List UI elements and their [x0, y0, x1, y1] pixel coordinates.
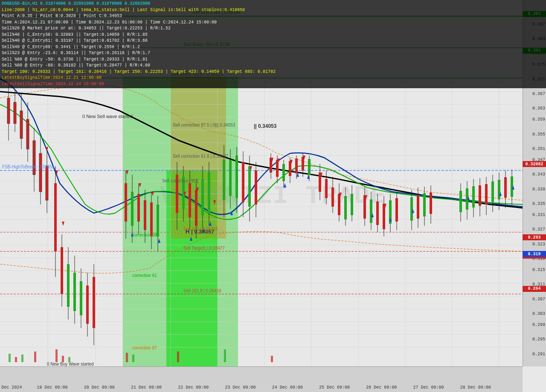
- svg-rect-108: [255, 170, 257, 205]
- svg-rect-60: [54, 183, 57, 251]
- header-line8: Sell%40 @ C_Entry88: 0.3441 || Target:0.…: [2, 44, 544, 51]
- svg-rect-46: [7, 98, 10, 124]
- svg-rect-72: [93, 277, 95, 328]
- svg-marker-177: [209, 222, 212, 226]
- svg-marker-175: [190, 236, 192, 241]
- svg-rect-140: [376, 202, 379, 225]
- svg-text:correction 87: correction 87: [132, 346, 157, 350]
- svg-rect-118: [295, 159, 298, 173]
- svg-text:|| 0.34053: || 0.34053: [254, 123, 277, 129]
- time-axis: 18 Dec 2024 19 Dec 09:00 20 Dec 09:00 21…: [0, 366, 523, 392]
- header-line2: Line:2008 | h1_atr_c0:0.0044 | tema_h1_s…: [2, 7, 544, 14]
- svg-rect-229: [126, 353, 128, 362]
- svg-rect-164: [485, 184, 488, 205]
- svg-rect-226: [55, 349, 58, 362]
- svg-rect-223: [15, 357, 17, 362]
- svg-rect-222: [9, 354, 11, 362]
- candles-19dec: [33, 128, 48, 213]
- header-line7: Sell%40 @ C_Entry61: 0.33197 || Target:0…: [2, 38, 544, 44]
- header-line5: Sell%20 @ Market price or at: 0.34053 ||…: [2, 26, 544, 32]
- price-box-264: 0.264: [523, 286, 546, 292]
- price-tick: 0.323: [532, 242, 545, 247]
- svg-rect-82: [150, 202, 153, 236]
- svg-rect-94: [201, 179, 204, 215]
- svg-rect-150: [417, 195, 419, 219]
- svg-text:Sell Target1 | 0.28477: Sell Target1 | 0.28477: [183, 246, 225, 251]
- header-line13: LatestBuySignalTime:2024.12.21 12:00:00: [2, 75, 544, 81]
- price-tick: 0.363: [532, 106, 545, 111]
- time-tick-20dec: 20 Dec 09:00: [84, 385, 115, 390]
- svg-rect-224: [21, 355, 23, 362]
- price-tick: 0.343: [532, 172, 545, 177]
- svg-rect-116: [289, 161, 291, 176]
- candles-21dec: [125, 170, 159, 251]
- svg-rect-170: [504, 177, 507, 198]
- svg-rect-114: [282, 164, 285, 181]
- svg-rect-148: [410, 197, 413, 221]
- time-tick-27dec: 27 Dec 09:00: [413, 385, 444, 390]
- header-line4: Time A:2024.12.21 07:00:00 | Time B:2024…: [2, 20, 544, 26]
- candles-18dec: [7, 85, 29, 162]
- svg-rect-106: [248, 166, 251, 207]
- svg-text:0 New Sell wave started: 0 New Sell wave started: [82, 114, 133, 119]
- candles-20dec: [54, 166, 95, 345]
- svg-text:Sell correction 87.5 | 0||| 0.: Sell correction 87.5 | 0||| 0.34053: [173, 123, 235, 127]
- svg-rect-122: [308, 159, 311, 175]
- svg-marker-179: [284, 183, 286, 187]
- svg-marker-190: [62, 222, 64, 226]
- time-tick-24dec: 24 Dec 09:00: [272, 385, 303, 390]
- time-tick-18dec: 18 Dec 2024: [0, 385, 22, 390]
- time-tick-25dec: 25 Dec 09:00: [319, 385, 350, 390]
- svg-text:correction 61: correction 61: [132, 273, 157, 278]
- svg-rect-54: [33, 141, 35, 175]
- svg-rect-52: [26, 119, 29, 149]
- price-tick: 0.327: [532, 227, 545, 232]
- svg-marker-192: [139, 183, 141, 187]
- svg-rect-168: [498, 180, 500, 199]
- svg-rect-132: [344, 196, 347, 219]
- svg-rect-96: [208, 173, 210, 213]
- svg-rect-98: [223, 160, 225, 200]
- time-tick-21dec: 21 Dec 09:00: [131, 385, 162, 390]
- svg-rect-130: [338, 194, 340, 215]
- svg-rect-227: [62, 356, 64, 362]
- svg-rect-120: [302, 157, 304, 170]
- price-tick: 0.355: [532, 132, 545, 137]
- svg-rect-78: [137, 194, 140, 222]
- header-line12: Target 100: 0.29333 | Target 161: 0.2641…: [2, 69, 544, 75]
- svg-rect-142: [383, 204, 385, 229]
- price-tick: 0.291: [532, 352, 545, 357]
- svg-rect-230: [132, 355, 134, 362]
- svg-text:Sell correction 38.1: Sell correction 38.1: [162, 179, 199, 183]
- header-line11: Sell %80 @ Entry -88: 0.39182 || Target:…: [2, 63, 544, 69]
- svg-rect-66: [73, 273, 76, 311]
- svg-rect-128: [331, 187, 334, 207]
- svg-rect-166: [491, 182, 494, 202]
- price-tick: 0.331: [532, 213, 545, 217]
- svg-rect-58: [46, 166, 48, 200]
- svg-rect-102: [235, 156, 238, 198]
- svg-text:FSB-HighToBreak: 0.31938: FSB-HighToBreak: 0.31938: [2, 164, 54, 169]
- svg-marker-196: [213, 200, 216, 205]
- svg-rect-56: [39, 153, 42, 192]
- time-tick-23dec: 23 Dec 09:00: [225, 385, 256, 390]
- top-info-bar: DOGEUSD-Bin,H1 0.31874000 0.32091000 0.3…: [0, 0, 546, 88]
- svg-rect-231: [177, 352, 179, 362]
- candles-27dec: [410, 185, 432, 230]
- price-tick: 0.307: [532, 297, 545, 302]
- price-tick: 0.351: [532, 147, 545, 151]
- price-tick: 0.339: [532, 187, 545, 192]
- price-tick: 0.359: [532, 117, 545, 122]
- svg-text:0 New Buy Wave started: 0 New Buy Wave started: [47, 362, 94, 366]
- chart-container: VARENTZI TRADE DOGEUSD-Bin,H1 0.31874000…: [0, 0, 546, 392]
- price-tick: 0.367: [532, 92, 545, 96]
- candles-28dec: [459, 170, 513, 222]
- header-line6: Sell%40 | C_Entry38: 0.32083 || Target:0…: [2, 32, 544, 38]
- svg-marker-174: [158, 239, 160, 243]
- svg-rect-154: [430, 193, 432, 214]
- header-line9: Sell%23 @ Entry -23.6: 0.36114 || Target…: [2, 50, 544, 57]
- svg-rect-232: [224, 349, 226, 362]
- header-line3: Point A:0.35 | Point B:0.3028 | Point C:…: [2, 13, 544, 20]
- candles-25dec: [319, 164, 353, 226]
- time-tick-28dec: 28 Dec 09:00: [460, 385, 491, 390]
